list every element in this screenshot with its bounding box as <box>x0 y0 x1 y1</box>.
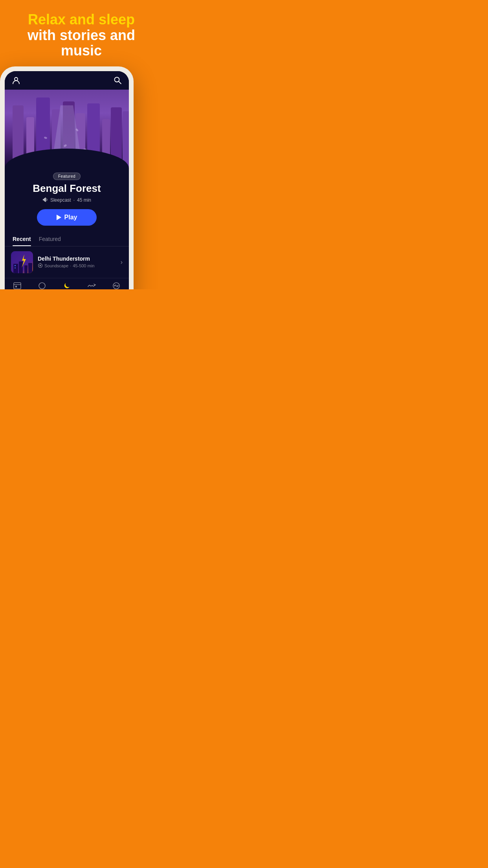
svg-point-0 <box>15 77 18 81</box>
list-thumbnail <box>11 251 33 273</box>
play-button[interactable]: Play <box>37 209 97 226</box>
hero-section: Relax and sleep with stories and music <box>0 0 163 66</box>
meta-dot: · <box>73 197 75 203</box>
content-title: Bengal Forest <box>13 182 121 195</box>
svg-rect-3 <box>43 199 44 200</box>
play-triangle-icon <box>57 215 61 220</box>
nav-focus[interactable]: Focus <box>106 281 126 289</box>
tabs-section: Recent Featured <box>5 230 129 246</box>
list-item-type: Soundscape <box>44 263 68 268</box>
svg-point-21 <box>114 285 116 286</box>
svg-rect-11 <box>15 267 16 268</box>
play-label: Play <box>64 214 77 221</box>
list-item-title: Delhi Thunderstorm <box>38 256 116 262</box>
svg-rect-18 <box>15 286 17 287</box>
list-item-meta: Soundscape · 45-500 min <box>38 263 116 269</box>
content-type: Sleepcast <box>50 197 71 203</box>
nav-move[interactable]: Move <box>82 281 101 289</box>
phone-mockup: Featured Bengal Forest Sleepcast · 45 mi… <box>0 66 134 289</box>
svg-line-2 <box>119 81 121 84</box>
list-item-duration: 45-500 min <box>73 263 94 268</box>
tab-recent[interactable]: Recent <box>13 236 31 246</box>
tab-featured[interactable]: Featured <box>39 236 61 246</box>
svg-point-19 <box>39 283 45 289</box>
svg-rect-7 <box>19 261 23 273</box>
list-info: Delhi Thunderstorm Soundscape · 45-500 m… <box>38 256 116 269</box>
svg-rect-16 <box>14 283 21 289</box>
nav-sleep[interactable]: Sleep <box>57 281 77 289</box>
featured-badge: Featured <box>53 173 81 180</box>
svg-rect-8 <box>24 265 28 273</box>
today-icon <box>13 281 22 289</box>
soundscape-icon <box>38 263 43 269</box>
nav-today[interactable]: Today <box>7 281 27 289</box>
hero-line1: Relax and sleep <box>8 12 155 28</box>
chevron-right-icon: › <box>121 259 123 266</box>
content-duration: 45 min <box>77 197 91 203</box>
svg-rect-10 <box>15 265 16 266</box>
app-header <box>5 71 129 90</box>
svg-rect-9 <box>28 263 32 273</box>
meditate-icon <box>38 281 46 289</box>
tree-10 <box>123 111 129 168</box>
profile-icon[interactable] <box>12 76 20 86</box>
phone-screen: Featured Bengal Forest Sleepcast · 45 mi… <box>5 71 129 289</box>
sleep-icon <box>62 281 71 289</box>
hero-line2: with stories and music <box>8 28 155 59</box>
audio-icon <box>42 197 48 204</box>
list-item[interactable]: Delhi Thunderstorm Soundscape · 45-500 m… <box>5 246 129 278</box>
move-icon <box>87 281 96 289</box>
focus-icon <box>112 281 121 289</box>
content-meta: Sleepcast · 45 min <box>13 197 121 204</box>
nav-meditate[interactable]: Meditate <box>32 281 52 289</box>
svg-point-14 <box>40 265 41 266</box>
svg-point-22 <box>117 285 119 286</box>
content-area: Featured Bengal Forest Sleepcast · 45 mi… <box>5 168 129 230</box>
bottom-nav: Today Meditate <box>5 278 129 289</box>
search-icon[interactable] <box>113 76 122 86</box>
forest-illustration <box>5 90 129 168</box>
